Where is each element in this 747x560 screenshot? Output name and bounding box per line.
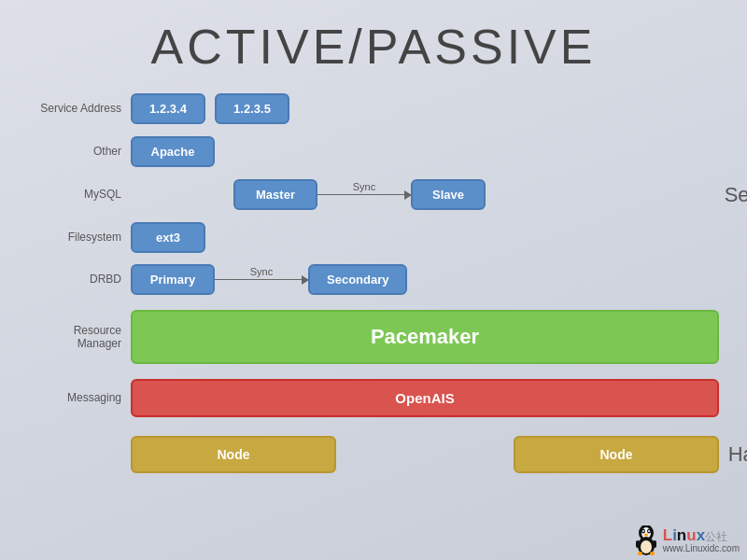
box-node1: Node — [131, 436, 336, 473]
svg-rect-11 — [650, 552, 655, 555]
watermark-url: www.Linuxidc.com — [663, 543, 740, 553]
svg-point-6 — [644, 534, 648, 537]
slide: ACTIVE/PASSIVE Service Address 1.2.3.4 1… — [0, 0, 747, 560]
watermark: Linux公社 www.Linuxidc.com — [633, 525, 740, 555]
drbd-arrowhead — [302, 275, 309, 285]
row-mysql: MySQL Master Sync Slave Services — [28, 179, 719, 210]
row-hardware: Node Node Hardware — [28, 434, 719, 475]
row-drbd: DRBD Primary Sync Secondary — [28, 264, 719, 295]
watermark-icon-area: Linux公社 www.Linuxidc.com — [633, 525, 740, 555]
label-drbd: DRBD — [28, 273, 131, 286]
tux-icon — [633, 525, 659, 555]
svg-point-9 — [642, 545, 650, 553]
svg-point-4 — [642, 530, 644, 532]
drbd-arrow-container: Sync — [215, 279, 308, 280]
mysql-arrowhead — [404, 190, 412, 200]
label-mysql: MySQL — [28, 188, 131, 201]
row-resource-manager: Resource Manager Pacemaker Cluster Stack — [28, 311, 719, 363]
box-node2: Node — [514, 436, 719, 473]
row-filesystem: Filesystem ext3 — [28, 222, 719, 253]
label-messaging: Messaging — [28, 391, 131, 404]
content-mysql: Master Sync Slave Services — [131, 179, 719, 210]
content-pacemaker: Pacemaker Cluster Stack — [131, 310, 719, 364]
svg-point-5 — [648, 530, 650, 532]
content-drbd: Primary Sync Secondary — [131, 264, 719, 295]
content-hardware: Node Node Hardware — [131, 436, 719, 473]
content-service-address: 1.2.3.4 1.2.3.5 — [131, 93, 719, 124]
drbd-sync-label: Sync — [250, 266, 273, 277]
svg-rect-10 — [638, 552, 642, 555]
hardware-label: Hardware — [728, 442, 747, 467]
content-openais: OpenAIS — [131, 379, 719, 417]
box-slave: Slave — [411, 179, 486, 210]
mysql-arrow-line — [317, 194, 411, 195]
box-openais: OpenAIS — [131, 379, 719, 417]
content-other: Apache — [131, 136, 719, 167]
box-primary: Primary — [131, 264, 215, 295]
mysql-arrow-container: Sync — [317, 194, 411, 195]
content-filesystem: ext3 — [131, 222, 719, 253]
box-secondary: Secondary — [308, 264, 407, 295]
label-filesystem: Filesystem — [28, 231, 131, 244]
svg-rect-13 — [653, 540, 656, 548]
row-service-address: Service Address 1.2.3.4 1.2.3.5 — [28, 93, 719, 124]
watermark-brand: Linux公社 — [663, 527, 740, 543]
page-title: ACTIVE/PASSIVE — [28, 19, 719, 75]
services-label: Services — [725, 183, 747, 207]
row-other: Other Apache — [28, 136, 719, 167]
box-ip2: 1.2.3.5 — [215, 93, 289, 124]
svg-rect-12 — [636, 540, 640, 548]
drbd-arrow-line — [215, 279, 308, 280]
diagram: Service Address 1.2.3.4 1.2.3.5 Other Ap… — [28, 93, 719, 504]
box-pacemaker: Pacemaker — [131, 310, 719, 364]
watermark-text: Linux公社 www.Linuxidc.com — [663, 527, 740, 553]
mysql-sync-label: Sync — [353, 181, 375, 192]
label-other: Other — [28, 145, 131, 158]
box-apache: Apache — [131, 136, 215, 167]
box-ext3: ext3 — [131, 222, 205, 253]
label-service-address: Service Address — [28, 102, 131, 115]
box-master: Master — [233, 179, 317, 210]
label-resource-manager: Resource Manager — [28, 324, 131, 351]
box-ip1: 1.2.3.4 — [131, 93, 205, 124]
row-messaging: Messaging OpenAIS — [28, 377, 719, 418]
